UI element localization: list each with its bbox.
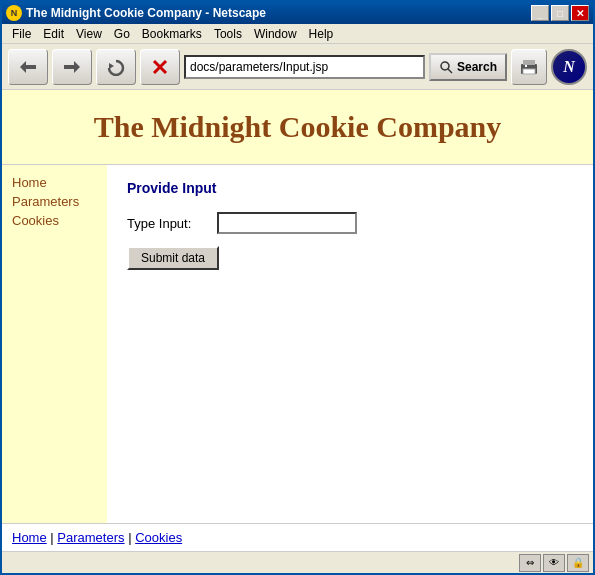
status-icons: ⇔ 👁 🔒 xyxy=(519,554,589,572)
search-label: Search xyxy=(457,60,497,74)
menu-help[interactable]: Help xyxy=(303,25,340,43)
toolbar: Search N xyxy=(2,44,593,90)
menu-go[interactable]: Go xyxy=(108,25,136,43)
netscape-button[interactable]: N xyxy=(551,49,587,85)
title-bar: N The Midnight Cookie Company - Netscape… xyxy=(2,2,593,24)
svg-marker-4 xyxy=(109,63,114,69)
menu-edit[interactable]: Edit xyxy=(37,25,70,43)
menu-window[interactable]: Window xyxy=(248,25,303,43)
menu-file[interactable]: File xyxy=(6,25,37,43)
status-bar: ⇔ 👁 🔒 xyxy=(2,551,593,573)
address-bar xyxy=(184,55,425,79)
submit-button[interactable]: Submit data xyxy=(127,246,219,270)
title-bar-buttons: _ □ ✕ xyxy=(531,5,589,21)
svg-rect-10 xyxy=(523,60,535,65)
submit-row: Submit data xyxy=(127,246,573,270)
menu-bookmarks[interactable]: Bookmarks xyxy=(136,25,208,43)
type-input-row: Type Input: xyxy=(127,212,573,234)
minimize-button[interactable]: _ xyxy=(531,5,549,21)
menu-view[interactable]: View xyxy=(70,25,108,43)
menu-bar: File Edit View Go Bookmarks Tools Window… xyxy=(2,24,593,44)
svg-rect-1 xyxy=(25,65,36,69)
status-icon-1: ⇔ xyxy=(519,554,541,572)
search-icon xyxy=(439,60,453,74)
footer-link-parameters[interactable]: Parameters xyxy=(57,530,124,545)
close-button[interactable]: ✕ xyxy=(571,5,589,21)
page-header-banner: The Midnight Cookie Company xyxy=(2,90,593,165)
status-icon-3: 🔒 xyxy=(567,554,589,572)
browser-window: N The Midnight Cookie Company - Netscape… xyxy=(0,0,595,575)
app-icon: N xyxy=(6,5,22,21)
svg-rect-3 xyxy=(64,65,75,69)
footer-separator-1: | xyxy=(50,530,53,545)
footer-link-home[interactable]: Home xyxy=(12,530,47,545)
stop-button[interactable] xyxy=(140,49,180,85)
address-input[interactable] xyxy=(184,55,425,79)
search-button[interactable]: Search xyxy=(429,53,507,81)
maximize-button[interactable]: □ xyxy=(551,5,569,21)
menu-tools[interactable]: Tools xyxy=(208,25,248,43)
svg-line-8 xyxy=(448,69,452,73)
svg-point-7 xyxy=(441,62,449,70)
footer-link-cookies[interactable]: Cookies xyxy=(135,530,182,545)
type-input-field[interactable] xyxy=(217,212,357,234)
title-bar-left: N The Midnight Cookie Company - Netscape xyxy=(6,5,266,21)
svg-rect-12 xyxy=(525,65,527,67)
main-content: Provide Input Type Input: Submit data xyxy=(107,165,593,523)
sidebar-link-home[interactable]: Home xyxy=(12,175,97,190)
status-icon-2: 👁 xyxy=(543,554,565,572)
back-button[interactable] xyxy=(8,49,48,85)
reload-button[interactable] xyxy=(96,49,136,85)
section-title: Provide Input xyxy=(127,180,573,196)
footer-separator-2: | xyxy=(128,530,131,545)
window-title: The Midnight Cookie Company - Netscape xyxy=(26,6,266,20)
netscape-icon: N xyxy=(563,58,575,76)
printer-button[interactable] xyxy=(511,49,547,85)
sidebar-link-parameters[interactable]: Parameters xyxy=(12,194,97,209)
page-body: Home Parameters Cookies Provide Input Ty… xyxy=(2,165,593,523)
sidebar: Home Parameters Cookies xyxy=(2,165,107,523)
sidebar-link-cookies[interactable]: Cookies xyxy=(12,213,97,228)
page-footer: Home | Parameters | Cookies xyxy=(2,523,593,551)
svg-rect-11 xyxy=(523,69,535,74)
content-area: The Midnight Cookie Company Home Paramet… xyxy=(2,90,593,551)
type-input-label: Type Input: xyxy=(127,216,207,231)
forward-button[interactable] xyxy=(52,49,92,85)
page-header-title: The Midnight Cookie Company xyxy=(32,110,563,144)
printer-icon xyxy=(518,56,540,78)
